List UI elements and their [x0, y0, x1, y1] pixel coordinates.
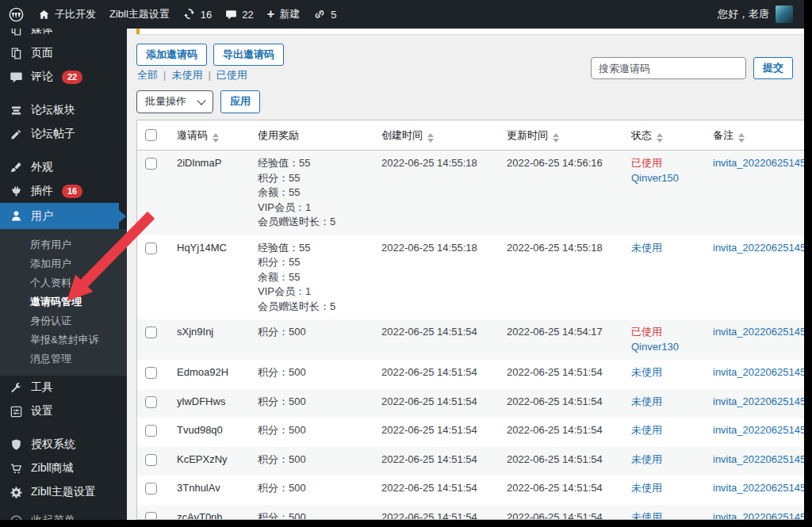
submenu-item-身份认证[interactable]: 身份认证: [0, 311, 127, 330]
bulk-actions-row: 批量操作 应用: [136, 90, 260, 113]
filter-link-全部[interactable]: 全部: [137, 69, 158, 81]
reward-line: 积分：55: [258, 255, 366, 270]
row-checkbox[interactable]: [145, 242, 157, 254]
select-all-checkbox[interactable]: [145, 129, 157, 141]
cart-icon: [8, 462, 24, 475]
home-icon: [38, 9, 50, 21]
submenu-item-个人资料[interactable]: 个人资料: [0, 273, 127, 292]
status-filters: 全部|未使用|已使用: [137, 68, 247, 82]
sidebar-item-论坛板块[interactable]: 论坛板块: [0, 98, 127, 122]
updates-link[interactable]: 16: [183, 8, 212, 21]
column-header-更新时间[interactable]: 更新时间: [499, 120, 623, 151]
bulk-action-select[interactable]: 批量操作: [136, 90, 213, 113]
reward-line: 会员赠送时长：5: [258, 300, 366, 315]
column-header-备注[interactable]: 备注: [705, 120, 804, 151]
wordpress-logo[interactable]: [8, 6, 25, 23]
filter-separator: |: [163, 69, 166, 81]
sort-arrows-icon: [213, 133, 219, 143]
sidebar-item-工具[interactable]: 工具: [0, 376, 127, 399]
remark-link[interactable]: invita_20220625145: [713, 241, 804, 256]
sidebar-item-Zibll主题设置[interactable]: Zibll主题设置: [0, 480, 127, 504]
column-header-邀请码[interactable]: 邀请码: [169, 120, 250, 151]
updates-count: 16: [201, 9, 212, 21]
remark-link[interactable]: invita_20220625145: [713, 481, 804, 496]
column-header-状态[interactable]: 状态: [623, 120, 705, 151]
invite-code-table-wrap: 邀请码使用奖励创建时间更新时间状态备注2iDlnmaP经验值：55积分：55余额…: [136, 120, 804, 520]
submenu-item-邀请码管理[interactable]: 邀请码管理: [0, 292, 127, 311]
forum-sections-icon: [8, 104, 24, 117]
row-checkbox[interactable]: [145, 327, 157, 338]
new-content-link[interactable]: + 新建: [267, 7, 300, 21]
row-checkbox[interactable]: [145, 158, 157, 170]
used-by-user-link[interactable]: Qinver130: [631, 340, 697, 355]
sidebar-item-论坛帖子[interactable]: 论坛帖子: [0, 122, 127, 146]
remark-link[interactable]: invita_20220625145: [713, 325, 804, 340]
reward-line: 经验值：55: [258, 156, 366, 171]
search-submit-button[interactable]: 提交: [753, 57, 793, 79]
remark-link[interactable]: invita_20220625145: [713, 453, 804, 468]
submenu-item-举报&禁封申诉[interactable]: 举报&禁封申诉: [0, 330, 127, 349]
remark-link[interactable]: invita_20220625145: [713, 423, 804, 438]
filter-link-未使用[interactable]: 未使用: [171, 69, 202, 81]
settings-icon: [8, 405, 24, 418]
column-label: 备注: [713, 129, 733, 141]
export-invite-code-button[interactable]: 导出邀请码: [213, 44, 284, 66]
column-label: 状态: [631, 129, 652, 141]
remark-link[interactable]: invita_20220625145: [713, 365, 804, 380]
remark-link[interactable]: invita_20220625145: [713, 510, 804, 521]
used-by-user-link[interactable]: Qinver150: [631, 171, 697, 186]
apply-button[interactable]: 应用: [220, 90, 260, 113]
sidebar-item-Zibll商城[interactable]: Zibll商城: [0, 456, 127, 480]
reward-cell: 积分：500: [250, 389, 373, 418]
filter-link-已使用[interactable]: 已使用: [216, 69, 247, 81]
remark-link[interactable]: invita_20220625145: [713, 395, 804, 410]
submenu-item-所有用户[interactable]: 所有用户: [0, 235, 127, 254]
sidebar-item-插件[interactable]: 插件16: [0, 179, 127, 203]
status-used: 已使用: [631, 156, 697, 171]
column-label: 创建时间: [381, 129, 423, 141]
column-header-创建时间[interactable]: 创建时间: [373, 120, 499, 151]
site-home-link[interactable]: 子比开发: [38, 7, 96, 21]
sidebar-item-外观[interactable]: 外观: [0, 155, 127, 179]
row-checkbox[interactable]: [145, 367, 157, 379]
row-checkbox[interactable]: [145, 454, 157, 466]
search-input[interactable]: [591, 57, 746, 79]
reward-line: 积分：55: [258, 171, 366, 186]
sidebar-item-设置[interactable]: 设置: [0, 399, 127, 423]
sidebar-item-用户[interactable]: 用户: [0, 203, 119, 229]
submenu-item-消息管理[interactable]: 消息管理: [0, 349, 127, 369]
updated-time: 2022-06-25 14:51:54: [499, 360, 623, 389]
sort-arrows-icon: [427, 133, 434, 143]
row-checkbox[interactable]: [145, 483, 157, 495]
sidebar-item-收起菜单[interactable]: 收起菜单: [0, 509, 127, 520]
status-unused: 未使用: [631, 481, 697, 496]
tools-icon: [8, 381, 24, 395]
invite-code: sXjn9Inj: [169, 319, 250, 360]
theme-settings-link[interactable]: Zibll主题设置: [109, 7, 170, 21]
reward-cell: 积分：500: [250, 319, 373, 360]
row-checkbox[interactable]: [145, 396, 157, 408]
submenu-item-添加用户[interactable]: 添加用户: [0, 254, 127, 273]
updated-time: 2022-06-25 14:51:54: [499, 389, 623, 418]
row-checkbox[interactable]: [145, 512, 157, 521]
comments-link[interactable]: 22: [225, 9, 253, 21]
sidebar-item-媒体[interactable]: 媒体: [0, 29, 127, 41]
remark-link[interactable]: invita_20220625145: [713, 156, 804, 171]
reward-cell: 积分：500: [250, 475, 373, 505]
created-time: 2022-06-25 14:55:18: [373, 151, 499, 235]
created-time: 2022-06-25 14:51:54: [373, 505, 499, 521]
status-unused: 未使用: [631, 453, 697, 468]
pending-links[interactable]: 5: [313, 8, 336, 21]
reward-cell: 经验值：55积分：55余额：55VIP会员：1会员赠送时长：5: [250, 235, 373, 320]
sidebar-item-评论[interactable]: 评论22: [0, 65, 127, 89]
created-time: 2022-06-25 14:55:18: [373, 235, 499, 320]
sidebar-item-授权系统[interactable]: 授权系统: [0, 433, 127, 456]
table-row: 2iDlnmaP经验值：55积分：55余额：55VIP会员：1会员赠送时长：52…: [137, 151, 804, 235]
user-greeting[interactable]: 您好，老唐: [718, 7, 769, 21]
add-invite-code-button[interactable]: 添加邀请码: [136, 44, 207, 66]
sidebar-item-页面[interactable]: 页面: [0, 41, 127, 65]
row-checkbox[interactable]: [145, 425, 157, 437]
avatar[interactable]: [776, 6, 793, 23]
updated-time: 2022-06-25 14:51:54: [499, 505, 623, 521]
reward-line: 余额：55: [258, 270, 366, 285]
